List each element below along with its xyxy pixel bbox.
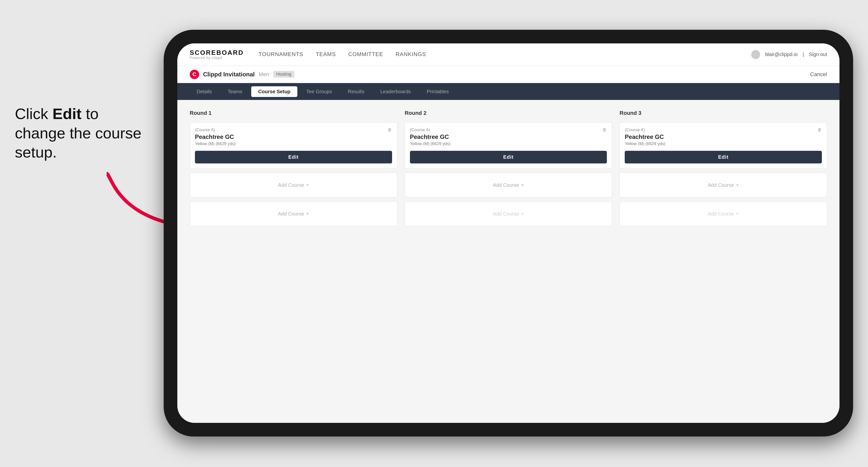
round-3-course-name: Peachtree GC <box>625 133 822 141</box>
plus-icon-5: + <box>736 182 739 188</box>
round-2-title: Round 2 <box>405 110 612 116</box>
round-3-add-course-1[interactable]: Add Course + <box>620 173 827 197</box>
tab-leaderboards[interactable]: Leaderboards <box>373 86 417 97</box>
tab-course-setup[interactable]: Course Setup <box>251 86 297 97</box>
round-1-add-course-2[interactable]: Add Course + <box>190 201 397 226</box>
round-2-add-course-text-2: Add Course + <box>493 211 524 217</box>
tab-details[interactable]: Details <box>190 86 219 97</box>
round-2-column: Round 2 🗑 (Course A) Peachtree GC Yellow… <box>405 110 612 226</box>
round-2-edit-button[interactable]: Edit <box>410 151 607 163</box>
tab-tee-groups[interactable]: Tee Groups <box>299 86 339 97</box>
tab-results[interactable]: Results <box>341 86 371 97</box>
tablet-device: SCOREBOARD Powered by clippd TOURNAMENTS… <box>164 30 853 436</box>
avatar <box>751 50 760 59</box>
round-3-course-card: 🗑 (Course A) Peachtree GC Yellow (M) (66… <box>620 122 827 169</box>
plus-icon-6: + <box>736 211 739 217</box>
logo-scoreboard: SCOREBOARD <box>190 49 244 56</box>
annotation-text: Click Edit to change the course setup. <box>15 104 144 162</box>
sign-out-link[interactable]: Sign out <box>809 52 827 57</box>
round-2-course-name: Peachtree GC <box>410 133 607 141</box>
nav-right: blair@clippd.io | Sign out <box>751 50 827 59</box>
round-2-course-label: (Course A) <box>410 127 607 132</box>
nav-link-tournaments[interactable]: TOURNAMENTS <box>259 51 304 58</box>
rounds-grid: Round 1 🗑 (Course A) Peachtree GC Yellow… <box>190 110 827 226</box>
round-1-course-label: (Course A) <box>195 127 392 132</box>
tab-printables[interactable]: Printables <box>420 86 456 97</box>
main-content: Round 1 🗑 (Course A) Peachtree GC Yellow… <box>177 100 839 423</box>
round-1-delete-icon[interactable]: 🗑 <box>386 126 394 133</box>
round-3-add-course-text-2: Add Course + <box>708 211 739 217</box>
round-2-course-card: 🗑 (Course A) Peachtree GC Yellow (M) (66… <box>405 122 612 169</box>
round-1-edit-button[interactable]: Edit <box>195 151 392 163</box>
tournament-title-area: C Clippd Invitational Men Hosting <box>190 70 294 79</box>
nav-link-rankings[interactable]: RANKINGS <box>396 51 426 58</box>
round-2-add-course-1[interactable]: Add Course + <box>405 173 612 197</box>
round-1-add-course-text-2: Add Course + <box>278 211 309 217</box>
annotation-bold: Edit <box>53 105 82 122</box>
round-3-delete-icon[interactable]: 🗑 <box>816 126 824 133</box>
round-1-title: Round 1 <box>190 110 397 116</box>
round-1-add-course-text-1: Add Course + <box>278 182 309 188</box>
plus-icon-1: + <box>306 182 309 188</box>
round-2-add-course-2: Add Course + <box>405 201 612 226</box>
round-1-course-card: 🗑 (Course A) Peachtree GC Yellow (M) (66… <box>190 122 397 169</box>
logo-area: SCOREBOARD Powered by clippd <box>190 49 244 60</box>
top-navigation: SCOREBOARD Powered by clippd TOURNAMENTS… <box>177 43 839 66</box>
tournament-gender: Men <box>259 71 269 77</box>
hosting-badge: Hosting <box>273 71 294 77</box>
round-3-course-details: Yellow (M) (6629 yds) <box>625 142 822 146</box>
plus-icon-4: + <box>521 211 524 217</box>
tournament-name: Clippd Invitational <box>203 71 255 78</box>
round-3-add-course-text-1: Add Course + <box>708 182 739 188</box>
nav-link-teams[interactable]: TEAMS <box>316 51 336 58</box>
tab-teams[interactable]: Teams <box>221 86 249 97</box>
plus-icon-2: + <box>306 211 309 217</box>
round-3-column: Round 3 🗑 (Course A) Peachtree GC Yellow… <box>620 110 827 226</box>
nav-link-committee[interactable]: COMMITTEE <box>348 51 383 58</box>
tab-bar: Details Teams Course Setup Tee Groups Re… <box>177 83 839 100</box>
user-email: blair@clippd.io <box>765 52 798 57</box>
round-1-add-course-1[interactable]: Add Course + <box>190 173 397 197</box>
tournament-bar: C Clippd Invitational Men Hosting Cancel <box>177 66 839 83</box>
round-1-course-details: Yellow (M) (6629 yds) <box>195 142 392 146</box>
tablet-screen: SCOREBOARD Powered by clippd TOURNAMENTS… <box>177 43 839 423</box>
round-3-course-label: (Course A) <box>625 127 822 132</box>
plus-icon-3: + <box>521 182 524 188</box>
nav-links: TOURNAMENTS TEAMS COMMITTEE RANKINGS <box>259 51 426 58</box>
round-2-delete-icon[interactable]: 🗑 <box>601 126 608 133</box>
round-3-edit-button[interactable]: Edit <box>625 151 822 163</box>
nav-left: SCOREBOARD Powered by clippd TOURNAMENTS… <box>190 49 426 60</box>
round-1-course-name: Peachtree GC <box>195 133 392 141</box>
cancel-button[interactable]: Cancel <box>810 71 827 77</box>
logo-sub: Powered by clippd <box>190 56 244 60</box>
round-3-add-course-2: Add Course + <box>620 201 827 226</box>
round-1-column: Round 1 🗑 (Course A) Peachtree GC Yellow… <box>190 110 397 226</box>
nav-separator: | <box>803 52 804 57</box>
clippd-logo: C <box>190 70 199 79</box>
round-2-course-details: Yellow (M) (6629 yds) <box>410 142 607 146</box>
round-3-title: Round 3 <box>620 110 827 116</box>
round-2-add-course-text-1: Add Course + <box>493 182 524 188</box>
